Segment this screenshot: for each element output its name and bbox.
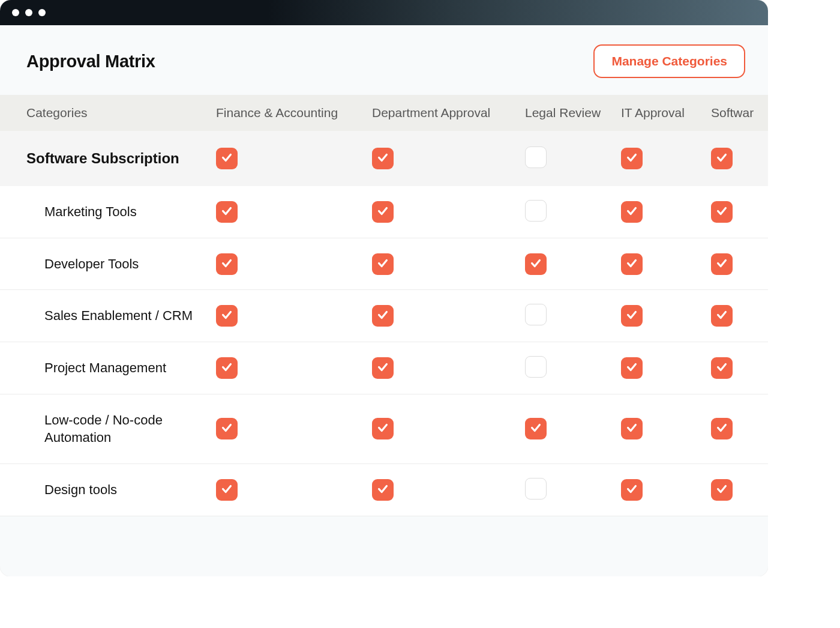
traffic-light-zoom[interactable] [38,9,46,16]
check-icon [376,204,389,220]
col-header-software: Softwar [711,95,768,131]
checkbox-software[interactable] [711,148,733,169]
checkbox-cell-legal [525,342,621,394]
approval-matrix-table: Categories Finance & Accounting Departme… [0,95,768,516]
category-name-cell: Software Subscription [0,131,216,186]
checkbox-cell-it [621,131,711,186]
check-icon [220,482,233,498]
checkbox-cell-it [621,464,711,516]
manage-categories-button[interactable]: Manage Categories [593,44,745,78]
checkbox-it[interactable] [621,305,643,327]
category-name-cell: Design tools [0,464,216,516]
checkbox-cell-it [621,394,711,463]
page-title: Approval Matrix [26,52,155,71]
category-sub-row: Sales Enablement / CRM [0,290,768,342]
checkbox-cell-legal [525,238,621,290]
check-icon [625,421,638,436]
checkbox-finance[interactable] [216,479,238,501]
checkbox-department[interactable] [372,357,394,379]
checkbox-finance[interactable] [216,201,238,223]
check-icon [715,482,728,498]
checkbox-legal[interactable] [525,418,547,439]
checkbox-legal[interactable] [525,253,547,275]
check-icon [715,256,728,272]
checkbox-it[interactable] [621,148,643,169]
category-sub-row: Project Management [0,342,768,394]
checkbox-cell-software [711,290,768,342]
check-icon [220,421,233,436]
checkbox-finance[interactable] [216,148,238,169]
checkbox-cell-software [711,186,768,238]
checkbox-finance[interactable] [216,305,238,327]
checkbox-cell-department [372,238,525,290]
checkbox-it[interactable] [621,357,643,379]
checkbox-cell-department [372,131,525,186]
checkbox-legal[interactable] [525,478,547,500]
checkbox-cell-department [372,394,525,463]
checkbox-software[interactable] [711,253,733,275]
checkbox-it[interactable] [621,418,643,439]
checkbox-finance[interactable] [216,253,238,275]
check-icon [625,256,638,272]
category-name-cell: Low-code / No-code Automation [0,394,216,463]
category-name-cell: Project Management [0,342,216,394]
checkbox-department[interactable] [372,305,394,327]
check-icon [529,256,542,272]
checkbox-cell-legal [525,290,621,342]
check-icon [220,360,233,376]
checkbox-cell-finance [216,342,372,394]
checkbox-software[interactable] [711,357,733,379]
checkbox-department[interactable] [372,148,394,169]
checkbox-software[interactable] [711,305,733,327]
checkbox-it[interactable] [621,253,643,275]
check-icon [220,308,233,324]
checkbox-department[interactable] [372,253,394,275]
check-icon [625,204,638,220]
window-titlebar [0,0,768,25]
checkbox-department[interactable] [372,201,394,223]
checkbox-cell-it [621,290,711,342]
traffic-light-minimize[interactable] [25,9,32,16]
checkbox-it[interactable] [621,479,643,501]
checkbox-software[interactable] [711,418,733,439]
check-icon [715,421,728,436]
traffic-light-close[interactable] [12,9,19,16]
col-header-finance: Finance & Accounting [216,95,372,131]
check-icon [625,151,638,166]
check-icon [715,308,728,324]
col-header-categories: Categories [0,95,216,131]
checkbox-cell-it [621,342,711,394]
checkbox-cell-finance [216,290,372,342]
checkbox-cell-department [372,464,525,516]
col-header-department: Department Approval [372,95,525,131]
check-icon [376,360,389,376]
checkbox-legal[interactable] [525,356,547,378]
checkbox-finance[interactable] [216,357,238,379]
check-icon [625,360,638,376]
checkbox-cell-software [711,131,768,186]
checkbox-finance[interactable] [216,418,238,439]
checkbox-cell-software [711,394,768,463]
check-icon [376,421,389,436]
category-sub-row: Low-code / No-code Automation [0,394,768,463]
checkbox-department[interactable] [372,479,394,501]
checkbox-it[interactable] [621,201,643,223]
checkbox-cell-it [621,238,711,290]
check-icon [715,204,728,220]
checkbox-department[interactable] [372,418,394,439]
checkbox-software[interactable] [711,201,733,223]
checkbox-cell-department [372,290,525,342]
category-section-row: Software Subscription [0,131,768,186]
category-name-cell: Sales Enablement / CRM [0,290,216,342]
app-window: Approval Matrix Manage Categories Catego… [0,0,768,576]
checkbox-cell-finance [216,131,372,186]
check-icon [715,151,728,166]
checkbox-cell-legal [525,131,621,186]
checkbox-software[interactable] [711,479,733,501]
col-header-it: IT Approval [621,95,711,131]
category-name-cell: Marketing Tools [0,186,216,238]
checkbox-legal[interactable] [525,200,547,222]
checkbox-legal[interactable] [525,146,547,168]
checkbox-legal[interactable] [525,304,547,325]
check-icon [715,360,728,376]
